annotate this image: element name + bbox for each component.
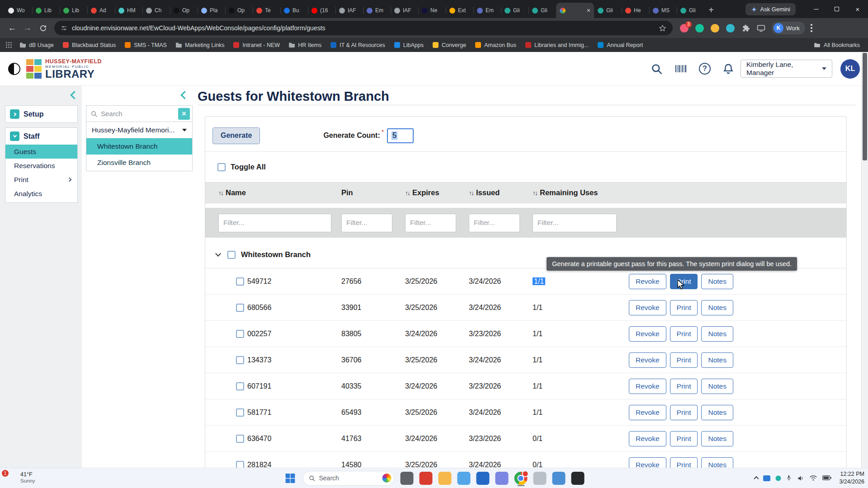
outlook[interactable] [476, 469, 490, 487]
browser-tab[interactable]: Op × [225, 3, 253, 18]
settings[interactable] [552, 469, 566, 487]
url-text[interactable]: cloudnine.envisionware.net/EwCloud-WebAp… [72, 24, 654, 32]
taskbar-search[interactable]: Search [303, 471, 395, 486]
browser-tab[interactable]: Ch × [142, 3, 170, 18]
volume-icon[interactable] [797, 475, 804, 482]
bookmark-item[interactable]: Libraries and Immig... [521, 41, 593, 50]
row-checkbox[interactable] [236, 330, 244, 338]
filter-input-pin[interactable] [341, 214, 392, 232]
notes-button[interactable]: Notes [701, 274, 733, 289]
print-button[interactable]: Print [670, 326, 698, 342]
maximize-button[interactable] [826, 0, 847, 18]
browser-tab[interactable]: Gli × [594, 3, 622, 18]
print-button[interactable]: Print [670, 300, 698, 315]
organization-select[interactable]: Hussey-Mayfield Memori... [86, 122, 192, 138]
browser-tab[interactable]: Wo × [5, 3, 32, 18]
nav-collapse-icon[interactable] [71, 92, 77, 98]
file-explorer[interactable] [439, 469, 452, 487]
browser-tab[interactable]: Lib × [32, 3, 60, 18]
extension-icon[interactable] [695, 24, 704, 33]
notifications-bell-icon[interactable] [722, 63, 734, 75]
column-header-issued[interactable]: Issued [469, 188, 533, 197]
branch-search-input[interactable] [101, 110, 175, 117]
help-icon[interactable] [699, 63, 711, 75]
generate-button[interactable]: Generate [212, 127, 260, 144]
new-tab-button[interactable]: + [704, 3, 718, 17]
browser-tab[interactable]: Ext × [446, 3, 473, 18]
sidebar-item-staff[interactable]: Staff [5, 128, 77, 145]
microphone-icon[interactable] [786, 474, 792, 482]
bookmark-item[interactable]: Blackbaud Status [59, 41, 120, 50]
teal-app-icon[interactable] [775, 475, 781, 481]
bookmark-item[interactable]: SMS - TMAS [121, 41, 171, 50]
revoke-button[interactable]: Revoke [629, 274, 666, 289]
browser-tab[interactable]: Em × [363, 3, 391, 18]
row-checkbox[interactable] [236, 356, 244, 364]
browser-tab[interactable]: × [556, 3, 594, 18]
branch-list-item[interactable]: Zionsville Branch [86, 155, 192, 171]
column-header-pin[interactable]: Pin [341, 188, 405, 197]
filter-input-issued[interactable] [469, 214, 520, 232]
apps-grid-icon[interactable] [5, 42, 12, 48]
bookmark-item[interactable]: Marketing Links [172, 41, 229, 50]
all-bookmarks-button[interactable]: All Bookmarks [814, 42, 863, 48]
extension-icon[interactable] [711, 24, 719, 33]
site-info-icon[interactable] [61, 25, 67, 32]
browser-tab[interactable]: Op × [170, 3, 198, 18]
browser-tab[interactable]: He × [622, 3, 649, 18]
browser-tab[interactable]: Gli × [677, 3, 704, 18]
bookmark-item[interactable]: Converge [429, 41, 470, 50]
address-bar[interactable]: cloudnine.envisionware.net/EwCloud-WebAp… [54, 21, 673, 35]
notes-button[interactable]: Notes [701, 431, 733, 446]
collapse-group-icon[interactable] [215, 251, 221, 257]
filter-input-expires[interactable] [405, 214, 456, 232]
browser-tab[interactable]: Bu × [280, 3, 308, 18]
row-checkbox[interactable] [236, 277, 244, 286]
notes-button[interactable]: Notes [701, 405, 733, 420]
generate-count-input[interactable]: 5 [387, 128, 414, 143]
print-button[interactable]: Print [670, 352, 698, 368]
bookmark-item[interactable]: Annual Report [594, 41, 647, 50]
cast-monitor-icon[interactable] [757, 24, 765, 32]
sidebar-item[interactable]: Guests [5, 145, 77, 159]
teams[interactable] [495, 469, 509, 487]
notes-button[interactable]: Notes [701, 326, 733, 342]
browser-tab[interactable]: Ne × [418, 3, 446, 18]
wifi-icon[interactable] [809, 475, 817, 481]
tab-close-icon[interactable]: × [587, 7, 590, 14]
browser-tab[interactable]: HM × [115, 3, 142, 18]
browser-tab[interactable]: MS × [649, 3, 677, 18]
column-header-expires[interactable]: Expires [405, 188, 469, 197]
notes-button[interactable]: Notes [701, 352, 733, 368]
extension-icon[interactable]: 3 [680, 24, 689, 33]
branch-list-item[interactable]: Whitestown Branch [86, 138, 192, 155]
filter-input-remaining-uses[interactable] [533, 214, 617, 232]
contrast-toggle-icon[interactable] [8, 63, 20, 75]
revoke-button[interactable]: Revoke [629, 326, 666, 342]
revoke-button[interactable]: Revoke [629, 405, 666, 420]
sidebar-item[interactable]: Reservations [5, 159, 77, 173]
print-button[interactable]: Print [670, 405, 698, 420]
sidebar-item[interactable]: Print [5, 173, 77, 187]
microsoft-store[interactable] [458, 469, 471, 487]
revoke-button[interactable]: Revoke [629, 379, 666, 394]
print-button[interactable]: Print [670, 379, 698, 394]
column-header-remaining-uses[interactable]: Remaining Uses [533, 188, 598, 197]
row-checkbox[interactable] [236, 408, 244, 417]
print-button[interactable]: Print [670, 431, 698, 446]
bookmark-item[interactable]: IT & AI Resources [326, 41, 389, 50]
close-button[interactable]: × [847, 0, 868, 18]
revoke-button[interactable]: Revoke [629, 352, 666, 368]
browser-menu-icon[interactable] [811, 24, 812, 32]
browser-tab[interactable]: Te × [253, 3, 280, 18]
task-view[interactable] [401, 469, 414, 487]
extension-icon[interactable] [726, 24, 735, 33]
phone-link-icon[interactable] [763, 475, 770, 481]
user-avatar[interactable]: KL [840, 59, 860, 79]
revoke-button[interactable]: Revoke [629, 300, 666, 315]
profile-chip[interactable]: K Work [772, 22, 805, 34]
browser-tab[interactable]: (16 × [308, 3, 335, 18]
group-checkbox[interactable] [227, 251, 236, 259]
search-icon[interactable] [651, 63, 663, 75]
revoke-button[interactable]: Revoke [629, 431, 666, 446]
